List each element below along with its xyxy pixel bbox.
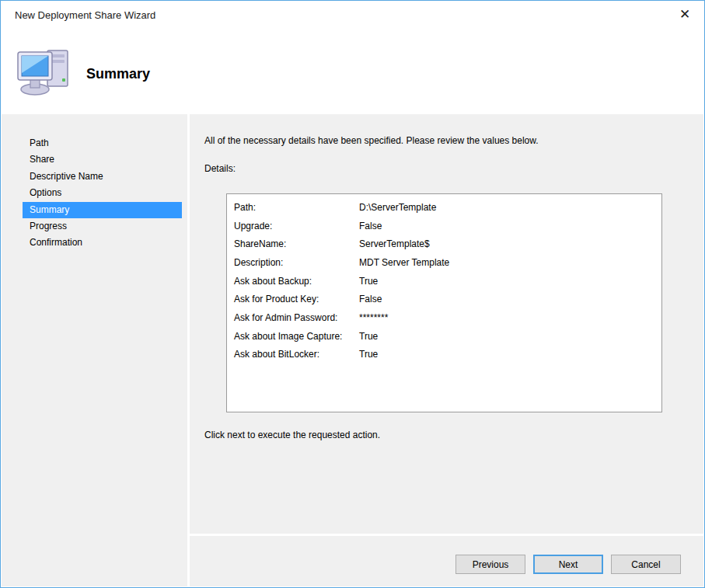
- computer-icon: [16, 47, 72, 97]
- detail-label: Path:: [234, 202, 359, 213]
- detail-label: Ask about Backup:: [234, 276, 359, 287]
- previous-button[interactable]: Previous: [455, 555, 525, 574]
- detail-label: ShareName:: [234, 238, 359, 249]
- detail-value: ********: [359, 312, 388, 323]
- sidebar-item-share[interactable]: Share: [23, 151, 182, 168]
- details-label: Details:: [204, 163, 236, 174]
- main-pane: All of the necessary details have been s…: [190, 114, 703, 534]
- intro-text: All of the necessary details have been s…: [204, 135, 539, 146]
- sidebar-item-summary[interactable]: Summary: [23, 202, 182, 218]
- detail-value: True: [359, 349, 378, 360]
- detail-value: True: [359, 276, 378, 287]
- cancel-button[interactable]: Cancel: [611, 555, 681, 574]
- detail-value: True: [359, 331, 378, 342]
- detail-row: Ask about BitLocker:True: [234, 346, 661, 364]
- footer-note: Click next to execute the requested acti…: [204, 430, 380, 440]
- details-box: Path:D:\ServerTemplateUpgrade:FalseShare…: [226, 193, 662, 412]
- detail-row: ShareName:ServerTemplate$: [234, 235, 661, 253]
- detail-value: False: [359, 294, 382, 304]
- detail-label: Upgrade:: [234, 221, 359, 231]
- detail-row: Ask for Product Key:False: [234, 290, 661, 308]
- detail-label: Ask for Admin Password:: [234, 312, 359, 323]
- detail-row: Path:D:\ServerTemplate: [234, 198, 661, 217]
- detail-row: Ask about Image Capture:True: [234, 327, 661, 346]
- next-button[interactable]: Next: [533, 555, 603, 574]
- detail-value: D:\ServerTemplate: [359, 202, 436, 213]
- sidebar-item-progress[interactable]: Progress: [23, 218, 182, 235]
- wizard-steps: PathShareDescriptive NameOptionsSummaryP…: [2, 114, 187, 586]
- window-title: New Deployment Share Wizard: [15, 9, 155, 21]
- close-icon[interactable]: ✕: [675, 4, 695, 24]
- detail-value: MDT Server Template: [359, 257, 449, 268]
- detail-row: Description:MDT Server Template: [234, 253, 661, 272]
- detail-row: Upgrade:False: [234, 217, 661, 235]
- detail-label: Ask for Product Key:: [234, 294, 359, 304]
- detail-value: ServerTemplate$: [359, 238, 430, 249]
- sidebar-item-confirmation[interactable]: Confirmation: [23, 235, 182, 251]
- detail-row: Ask about Backup:True: [234, 272, 661, 291]
- detail-label: Ask about BitLocker:: [234, 349, 359, 360]
- page-title: Summary: [86, 66, 150, 82]
- detail-row: Ask for Admin Password:********: [234, 308, 661, 327]
- detail-label: Ask about Image Capture:: [234, 331, 359, 342]
- sidebar-item-options[interactable]: Options: [23, 185, 182, 201]
- detail-value: False: [359, 221, 382, 231]
- button-bar: Previous Next Cancel: [190, 536, 703, 586]
- wizard-window: New Deployment Share Wizard ✕ Summary Pa…: [0, 0, 705, 588]
- sidebar-item-descriptive-name[interactable]: Descriptive Name: [23, 169, 182, 185]
- detail-label: Description:: [234, 257, 359, 268]
- sidebar-item-path[interactable]: Path: [23, 135, 182, 151]
